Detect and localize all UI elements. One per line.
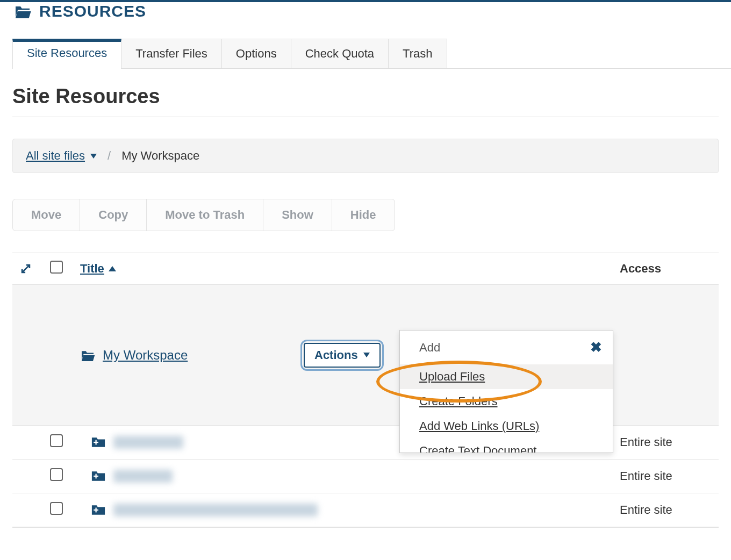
access-label: Entire site (620, 435, 672, 449)
caret-down-icon (363, 353, 370, 357)
redacted-folder-name (113, 436, 183, 449)
caret-down-icon (90, 154, 97, 159)
dropdown-item-create-folders[interactable]: Create Folders (400, 389, 613, 414)
breadcrumb-separator: / (108, 149, 111, 163)
redacted-folder-name (113, 504, 318, 516)
breadcrumb-root-label: All site files (26, 149, 85, 163)
copy-button[interactable]: Copy (80, 199, 147, 231)
svg-rect-3 (96, 474, 97, 479)
dropdown-header: Add ✖ (400, 331, 613, 364)
table-row: Entire site (12, 460, 719, 493)
tool-header: RESOURCES (0, 2, 731, 26)
root-folder-row: My Workspace Actions Add ✖ Upload Files … (12, 285, 719, 426)
breadcrumb-current: My Workspace (121, 149, 199, 163)
folder-closed-icon[interactable] (91, 470, 106, 482)
redacted-folder-name (113, 470, 173, 483)
page-title: Site Resources (12, 85, 731, 108)
tab-bar: Site Resources Transfer Files Options Ch… (12, 39, 731, 69)
actions-button-label: Actions (314, 348, 358, 362)
breadcrumb: All site files / My Workspace (12, 139, 719, 173)
svg-rect-1 (96, 440, 97, 445)
row-checkbox[interactable] (50, 468, 63, 481)
tab-options[interactable]: Options (221, 39, 291, 68)
dropdown-header-label: Add (419, 341, 440, 355)
svg-rect-5 (96, 508, 97, 513)
actions-button[interactable]: Actions (304, 343, 381, 368)
expand-all-icon[interactable] (20, 263, 50, 275)
dropdown-item-create-text-document[interactable]: Create Text Document (400, 439, 613, 453)
folder-closed-icon[interactable] (91, 436, 106, 448)
show-button[interactable]: Show (263, 199, 332, 231)
bulk-action-toolbar: Move Copy Move to Trash Show Hide (12, 199, 719, 231)
column-header-title: Title (80, 262, 518, 276)
close-icon[interactable]: ✖ (590, 339, 602, 356)
sort-asc-icon (109, 266, 116, 271)
column-title-label: Title (80, 262, 104, 276)
actions-button-focus-ring: Actions (304, 343, 381, 368)
tool-title: RESOURCES (39, 2, 146, 20)
tab-transfer-files[interactable]: Transfer Files (121, 39, 222, 68)
row-checkbox[interactable] (50, 434, 63, 447)
move-button[interactable]: Move (12, 199, 80, 231)
move-to-trash-button[interactable]: Move to Trash (146, 199, 263, 231)
dropdown-item-upload-files[interactable]: Upload Files (400, 364, 613, 389)
divider (12, 117, 719, 117)
tab-trash[interactable]: Trash (388, 39, 447, 68)
breadcrumb-root-link[interactable]: All site files (26, 149, 97, 163)
dropdown-item-add-web-links[interactable]: Add Web Links (URLs) (400, 414, 613, 439)
table-header-row: Title Access (12, 253, 719, 285)
resources-table: Title Access My Workspace Actions (12, 253, 719, 528)
row-checkbox[interactable] (50, 502, 63, 515)
access-label: Entire site (620, 503, 672, 516)
folder-closed-icon[interactable] (91, 504, 106, 516)
column-header-access: Access (620, 262, 711, 276)
table-row: Entire site (12, 493, 719, 527)
root-folder-link[interactable]: My Workspace (103, 348, 188, 363)
sort-by-title[interactable]: Title (80, 262, 116, 276)
folder-open-icon (80, 349, 95, 361)
tab-site-resources[interactable]: Site Resources (12, 39, 121, 68)
access-label: Entire site (620, 469, 672, 483)
tab-check-quota[interactable]: Check Quota (291, 39, 389, 68)
folder-open-icon (13, 4, 32, 18)
select-all-checkbox-cell (50, 261, 80, 277)
select-all-checkbox[interactable] (50, 261, 63, 274)
hide-button[interactable]: Hide (332, 199, 395, 231)
actions-dropdown: Add ✖ Upload Files Create Folders Add We… (399, 330, 613, 453)
